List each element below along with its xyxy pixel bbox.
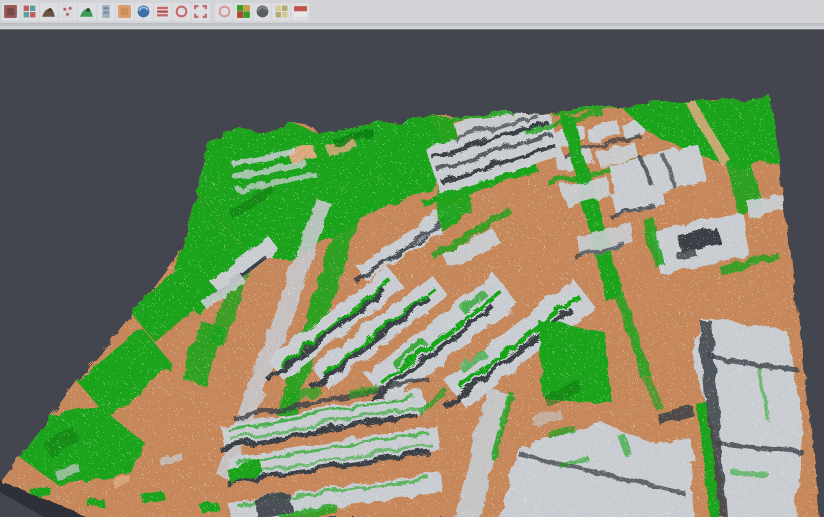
main-toolbar [0, 0, 824, 23]
flag-split-icon [293, 4, 308, 19]
points-icon [60, 4, 75, 19]
clip-tile-icon-button[interactable] [2, 3, 20, 21]
classification-map-icon [236, 4, 251, 19]
application-window [0, 0, 824, 517]
mountain-icon [41, 4, 56, 19]
points-icon-button[interactable] [59, 3, 77, 21]
region-circle-icon-button[interactable] [215, 3, 233, 21]
globe-icon-button[interactable] [135, 3, 153, 21]
sphere-icon [255, 4, 270, 19]
crossed-arrows-icon-button[interactable] [21, 3, 39, 21]
extent-select-icon [193, 4, 208, 19]
circle-select-icon-button[interactable] [173, 3, 191, 21]
terrain-hill-icon-button[interactable] [78, 3, 96, 21]
layers-icon-button[interactable] [154, 3, 172, 21]
classification-map-icon-button[interactable] [234, 3, 252, 21]
mountain-icon-button[interactable] [40, 3, 58, 21]
ortho-tile-icon [117, 4, 132, 19]
region-circle-icon [217, 4, 232, 19]
viewport-3d[interactable] [0, 0, 824, 517]
layers-icon [155, 4, 170, 19]
globe-icon [136, 4, 151, 19]
ortho-tile-icon-button[interactable] [116, 3, 134, 21]
terrain-hill-icon [79, 4, 94, 19]
sphere-icon-button[interactable] [253, 3, 271, 21]
extent-select-icon-button[interactable] [192, 3, 210, 21]
clip-tile-icon [3, 4, 18, 19]
toolbar-divider [0, 23, 824, 30]
crossed-arrows-icon [22, 4, 37, 19]
circle-select-icon [174, 4, 189, 19]
panel-icon [98, 4, 113, 19]
panel-icon-button[interactable] [97, 3, 115, 21]
flag-split-icon-button[interactable] [291, 3, 309, 21]
matrix-icon [274, 4, 289, 19]
matrix-icon-button[interactable] [272, 3, 290, 21]
